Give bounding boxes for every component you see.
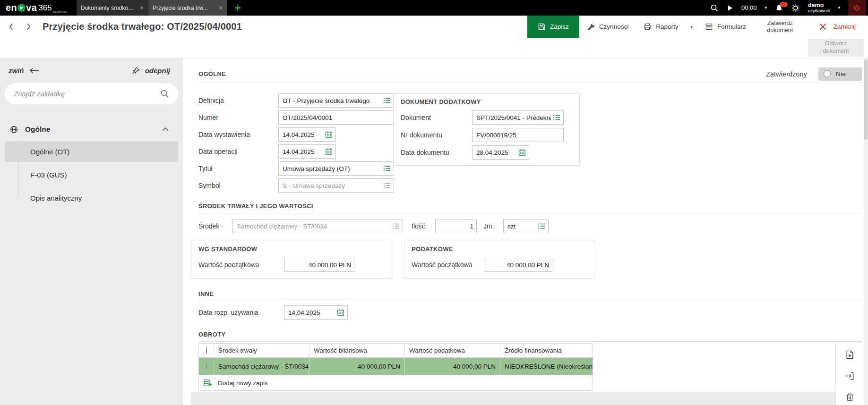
reports-dropdown-button[interactable]: ▾ bbox=[686, 16, 697, 38]
definicja-field bbox=[278, 93, 394, 108]
panel-title: PODATKOWE bbox=[404, 241, 595, 256]
field-row: Data dokumentu bbox=[401, 145, 579, 160]
back-button[interactable] bbox=[4, 19, 17, 35]
field-row: Nr dokumentu bbox=[401, 128, 579, 142]
numer-field bbox=[278, 110, 394, 125]
chevron-up-icon[interactable] bbox=[162, 127, 169, 132]
row-radio-cell[interactable] bbox=[199, 358, 214, 375]
ilosc-input[interactable] bbox=[439, 223, 473, 230]
close-icon[interactable]: × bbox=[140, 5, 144, 11]
tab-dokumenty-srodkow[interactable]: Dokumenty środków ... × bbox=[77, 0, 148, 16]
dokument-input[interactable] bbox=[476, 114, 551, 121]
list-picker-icon[interactable] bbox=[538, 222, 545, 230]
open-record-button[interactable] bbox=[842, 368, 858, 384]
list-picker-icon[interactable] bbox=[383, 165, 391, 172]
data-dokumentu-input[interactable] bbox=[476, 149, 516, 156]
form-window-icon bbox=[705, 23, 713, 31]
forward-button[interactable] bbox=[22, 19, 35, 35]
restore-document-button[interactable]: Odtwórz dokument bbox=[808, 39, 864, 57]
sidebar-header: zwiń odepnij bbox=[0, 59, 183, 78]
logo-number: 365 bbox=[38, 3, 52, 13]
body: zwiń odepnij Ogólne Ogól bbox=[0, 58, 868, 405]
srodek-field-row: Środek Ilość Jm. bbox=[198, 219, 549, 233]
approved-toggle[interactable]: Nie bbox=[818, 68, 862, 81]
form-button[interactable]: Formularz bbox=[697, 16, 754, 38]
cell-podatkowa: 40 000,00 PLN bbox=[405, 358, 500, 375]
gear-icon[interactable] bbox=[791, 4, 800, 12]
field-row: Wartość początkowa bbox=[412, 258, 595, 272]
add-document-button[interactable] bbox=[842, 347, 858, 363]
calendar-icon[interactable] bbox=[337, 309, 344, 316]
wrench-icon bbox=[587, 23, 595, 31]
list-picker-icon bbox=[392, 222, 400, 230]
data-operacji-input[interactable] bbox=[283, 148, 323, 155]
column-header[interactable]: Źródło finansowania bbox=[500, 344, 593, 358]
notifications-bell[interactable] bbox=[775, 4, 783, 12]
table-row[interactable]: Samochód ciężarowy - ŚT/0034 40 000,00 P… bbox=[199, 358, 593, 375]
toolbar-buttons: Zapisz Czynności Raporty ▾ Formularz Zat… bbox=[527, 16, 868, 38]
nr-dokumentu-input[interactable] bbox=[476, 132, 560, 139]
list-picker-icon[interactable] bbox=[553, 114, 560, 121]
list-picker-icon[interactable] bbox=[383, 97, 391, 104]
new-tab-button[interactable]: + bbox=[227, 0, 248, 16]
tree-root-ogolne[interactable]: Ogólne bbox=[0, 119, 183, 139]
document-plus-icon bbox=[845, 350, 855, 360]
column-header[interactable]: Środek trwały bbox=[214, 344, 309, 358]
field-row: Tytuł bbox=[198, 161, 394, 176]
scrollbar-thumb[interactable] bbox=[864, 59, 868, 140]
column-header[interactable]: Wartość bilansowa bbox=[309, 344, 405, 358]
document-form: OGÓLNE Zatwierdzony Nie Definicja bbox=[183, 59, 868, 405]
globe-icon bbox=[9, 125, 18, 134]
select-all-radio-cell[interactable] bbox=[199, 344, 214, 358]
calendar-icon[interactable] bbox=[325, 148, 333, 155]
tytul-label: Tytuł bbox=[198, 165, 278, 172]
sidebar-item-f03-gus[interactable]: F-03 (GUS) bbox=[5, 164, 178, 185]
logout-power-button[interactable] bbox=[848, 0, 866, 16]
wartosc-poczatkowa-label: Wartość początkowa bbox=[198, 261, 284, 269]
tytul-input[interactable] bbox=[283, 165, 381, 172]
reports-button[interactable]: Raporty bbox=[636, 16, 686, 38]
chevron-down-icon[interactable]: ▾ bbox=[765, 6, 767, 10]
data-rozp-input[interactable] bbox=[288, 309, 335, 316]
general-fields: Definicja Numer Data wystawienia bbox=[198, 93, 394, 195]
wartosc-poczatkowa-input[interactable] bbox=[289, 262, 351, 269]
tab-przyjecie-srodka[interactable]: Przyjęcie środka trw... × bbox=[148, 0, 227, 16]
search-icon[interactable] bbox=[160, 89, 169, 98]
vertical-scrollbar[interactable] bbox=[864, 59, 868, 405]
srodek-field bbox=[232, 219, 403, 233]
wartosc-podatkowa-input[interactable] bbox=[488, 262, 549, 269]
approve-document-button[interactable]: Zatwierdź dokument bbox=[754, 16, 807, 38]
calendar-icon[interactable] bbox=[518, 149, 526, 156]
add-new-row[interactable]: Dodaj nowy zapis bbox=[199, 375, 593, 391]
calendar-icon[interactable] bbox=[325, 131, 333, 138]
app-window: en va 365 dla biznesu Dokumenty środków … bbox=[0, 0, 868, 405]
tree-root-label: Ogólne bbox=[25, 125, 155, 134]
save-button[interactable]: Zapisz bbox=[527, 16, 579, 38]
actions-label: Czynności bbox=[599, 23, 628, 30]
jm-input[interactable] bbox=[507, 223, 536, 230]
search-input[interactable] bbox=[14, 90, 160, 98]
sidebar-item-ogolne-ot[interactable]: Ogólne (OT) bbox=[5, 141, 178, 162]
user-menu[interactable]: demo użytkownik bbox=[808, 2, 830, 14]
definicja-input[interactable] bbox=[283, 97, 381, 104]
plus-icon: + bbox=[234, 2, 241, 14]
top-bar: en va 365 dla biznesu Dokumenty środków … bbox=[0, 0, 868, 16]
data-wystawienia-input[interactable] bbox=[283, 131, 323, 138]
unpin-sidebar-button[interactable]: odepnij bbox=[132, 67, 170, 75]
wartosc-podatkowa-field bbox=[484, 258, 552, 272]
search-icon[interactable] bbox=[710, 4, 719, 12]
collapse-sidebar-button[interactable]: zwiń bbox=[9, 67, 39, 75]
numer-input[interactable] bbox=[283, 114, 391, 121]
delete-record-button[interactable] bbox=[842, 389, 858, 405]
chevron-down-icon[interactable]: ▾ bbox=[838, 6, 840, 10]
actions-button[interactable]: Czynności bbox=[579, 16, 636, 38]
sidebar-item-opis-analityczny[interactable]: Opis analityczny bbox=[5, 187, 178, 208]
close-document-button[interactable]: Zamknij bbox=[807, 16, 868, 38]
close-icon[interactable]: × bbox=[219, 5, 223, 11]
dokument-field bbox=[472, 110, 564, 125]
tab-label: Przyjęcie środka trw... bbox=[153, 5, 216, 11]
chevron-left-icon bbox=[9, 23, 14, 31]
play-icon[interactable] bbox=[727, 5, 733, 11]
column-header[interactable]: Wartość podatkowa bbox=[405, 344, 500, 358]
data-operacji-label: Data operacji bbox=[198, 148, 278, 155]
